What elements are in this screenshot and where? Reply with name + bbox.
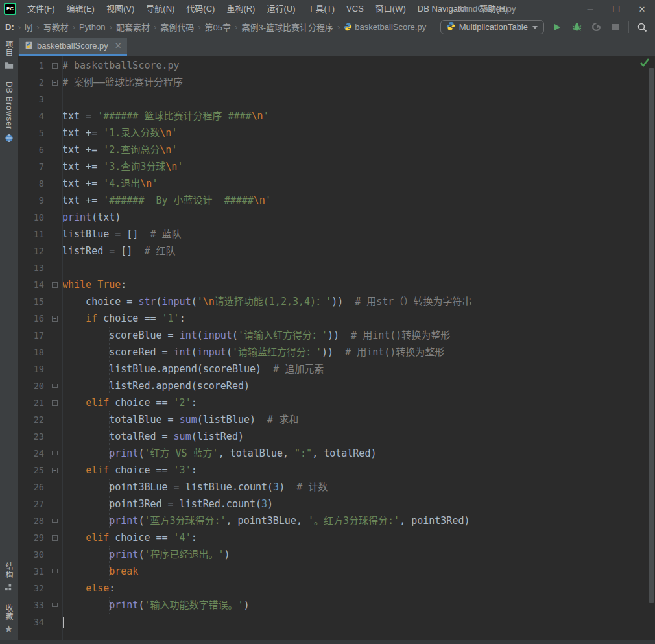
- breadcrumb-item[interactable]: D:: [5, 22, 14, 32]
- maximize-button[interactable]: ☐: [603, 0, 629, 18]
- menu-item[interactable]: 文件(F): [21, 0, 61, 18]
- code-line[interactable]: 1−# basketballScore.py: [18, 57, 647, 74]
- sidebar-item-db-browser[interactable]: DB Browser: [4, 82, 14, 143]
- menu-item[interactable]: 重构(R): [220, 0, 261, 18]
- fold-collapse-icon[interactable]: −: [52, 80, 58, 86]
- fold-collapse-icon[interactable]: −: [52, 282, 58, 288]
- breadcrumb-item[interactable]: 配套素材: [116, 21, 150, 33]
- fold-gutter: [48, 344, 62, 361]
- line-number: 15: [18, 296, 48, 307]
- tab-basketballscore[interactable]: basketballScore.py ✕: [19, 38, 127, 56]
- inspection-ok-icon[interactable]: [639, 57, 650, 67]
- code-line[interactable]: 5txt += '1.录入分数\n': [18, 125, 647, 141]
- code-line[interactable]: 8txt += '4.退出\n': [18, 175, 647, 192]
- code-line[interactable]: 13: [18, 259, 647, 276]
- close-button[interactable]: ✕: [629, 0, 655, 18]
- code-line[interactable]: 10print(txt): [18, 209, 647, 226]
- menu-item[interactable]: 工具(T): [301, 0, 340, 18]
- code-line[interactable]: 34: [18, 614, 647, 630]
- status-strip: [0, 640, 655, 644]
- fold-collapse-icon[interactable]: −: [52, 63, 58, 69]
- code-line[interactable]: 30 print('程序已经退出。'): [18, 546, 647, 563]
- menu-item[interactable]: 导航(N): [140, 0, 180, 18]
- code-line[interactable]: 17 scoreBlue = int(input('请输入红方得分：')) # …: [18, 327, 647, 344]
- code-line[interactable]: 16− if choice == '1':: [18, 310, 647, 327]
- breadcrumb-file[interactable]: basketballScore.py: [344, 22, 426, 32]
- fold-gutter: [48, 563, 62, 580]
- editor-scrollbar[interactable]: [649, 68, 654, 603]
- fold-gutter: [48, 597, 62, 614]
- minimize-button[interactable]: ─: [577, 0, 603, 18]
- code-line[interactable]: 22 totalBlue = sum(listBlue) # 求和: [18, 411, 647, 428]
- tool-window-bar: 项目DB Browser 结构收藏★: [0, 36, 18, 640]
- code-line[interactable]: 14−while True:: [18, 276, 647, 293]
- stop-button[interactable]: [609, 21, 622, 34]
- code-text: txt += '3.查询3分球\n': [62, 158, 183, 175]
- line-number: 19: [18, 364, 48, 374]
- search-everywhere-icon[interactable]: [636, 21, 649, 34]
- code-line[interactable]: 3: [18, 91, 647, 108]
- debug-button[interactable]: [570, 21, 583, 34]
- code-line[interactable]: 32 else:: [18, 580, 647, 597]
- menu-item[interactable]: VCS: [340, 0, 370, 18]
- code-line[interactable]: 4txt = '###### 篮球比赛计分程序 ####\n': [18, 108, 647, 125]
- code-text: choice = str(input('\n请选择功能(1,2,3,4)：'))…: [62, 293, 471, 310]
- fold-end-icon[interactable]: [52, 603, 58, 607]
- tab-close-icon[interactable]: ✕: [112, 41, 122, 51]
- menu-item[interactable]: 窗口(W): [370, 0, 412, 18]
- code-line[interactable]: 11listBlue = [] # 蓝队: [18, 226, 647, 243]
- menu-item[interactable]: 编辑(E): [61, 0, 101, 18]
- fold-collapse-icon[interactable]: −: [52, 468, 58, 473]
- code-line[interactable]: 31 break: [18, 563, 647, 580]
- code-line[interactable]: 19 listBlue.append(scoreBlue) # 追加元素: [18, 361, 647, 377]
- fold-end-icon[interactable]: [52, 519, 58, 523]
- run-config-selector[interactable]: MultiplicationTable: [440, 20, 544, 34]
- fold-collapse-icon[interactable]: −: [52, 316, 58, 322]
- fold-end-icon[interactable]: [52, 451, 58, 455]
- code-line[interactable]: 24 print('红方 VS 蓝方', totalBlue, ":", tot…: [18, 445, 647, 462]
- code-text: scoreBlue = int(input('请输入红方得分：')) # 用in…: [62, 327, 450, 344]
- code-line[interactable]: 18 scoreRed = int(input('请输蓝红方得分：')) # 用…: [18, 344, 647, 361]
- breadcrumb-item[interactable]: 第05章: [205, 21, 231, 33]
- menu-item[interactable]: 代码(C): [180, 0, 220, 18]
- fold-gutter: [48, 479, 62, 495]
- code-line[interactable]: 33 print('输入功能数字错误。'): [18, 597, 647, 614]
- breadcrumb-item[interactable]: Python: [79, 22, 105, 32]
- fold-end-icon[interactable]: [52, 384, 58, 388]
- fold-collapse-icon[interactable]: −: [52, 535, 58, 541]
- code-line[interactable]: 29− elif choice == '4':: [18, 529, 647, 546]
- menu-item[interactable]: 运行(U): [261, 0, 301, 18]
- code-line[interactable]: 15 choice = str(input('\n请选择功能(1,2,3,4)：…: [18, 293, 647, 310]
- code-line[interactable]: 2−# 案例——篮球比赛计分程序: [18, 74, 647, 91]
- breadcrumb-item[interactable]: 写教材: [43, 21, 69, 33]
- breadcrumb: D:›lyj›写教材›Python›配套素材›案例代码›第05章›案例3-篮球比…: [5, 21, 440, 33]
- code-line[interactable]: 7txt += '3.查询3分球\n': [18, 158, 647, 175]
- code-line[interactable]: 28 print('蓝方3分球得分:', point3BLue, '。红方3分球…: [18, 512, 647, 529]
- code-line[interactable]: 27 point3Red = listRed.count(3): [18, 495, 647, 512]
- code-line[interactable]: 26 point3BLue = listBlue.count(3) # 计数: [18, 479, 647, 495]
- code-line[interactable]: 9txt += '###### By 小蓝设计 #####\n': [18, 192, 647, 209]
- pycharm-logo-text: PC: [6, 6, 14, 12]
- sidebar-item-structure[interactable]: 结构: [3, 562, 14, 592]
- fold-gutter: −: [48, 74, 62, 91]
- fold-collapse-icon[interactable]: −: [52, 400, 58, 406]
- code-line[interactable]: 21− elif choice == '2':: [18, 394, 647, 411]
- code-line[interactable]: 12listRed = [] # 红队: [18, 243, 647, 259]
- breadcrumb-item[interactable]: lyj: [25, 22, 32, 32]
- code-line[interactable]: 23 totalRed = sum(listRed): [18, 428, 647, 445]
- line-number: 29: [18, 532, 48, 543]
- run-with-coverage-button[interactable]: [590, 21, 602, 34]
- breadcrumb-item[interactable]: 案例3-篮球比赛计分程序: [241, 21, 333, 33]
- code-line[interactable]: 25− elif choice == '3':: [18, 462, 647, 479]
- sidebar-item-folder[interactable]: 项目: [3, 40, 14, 70]
- sidebar-item-star[interactable]: 收藏★: [3, 604, 14, 634]
- fold-gutter: [48, 125, 62, 141]
- run-button[interactable]: [551, 21, 564, 34]
- code-line[interactable]: 20 listRed.append(scoreRed): [18, 377, 647, 394]
- code-text: txt += '1.录入分数\n': [62, 125, 177, 141]
- code-editor[interactable]: 1−# basketballScore.py2−# 案例——篮球比赛计分程序34…: [18, 56, 655, 640]
- menu-item[interactable]: 视图(V): [101, 0, 140, 18]
- breadcrumb-item[interactable]: 案例代码: [160, 21, 194, 33]
- fold-end-icon[interactable]: [52, 569, 58, 573]
- code-line[interactable]: 6txt += '2.查询总分\n': [18, 141, 647, 158]
